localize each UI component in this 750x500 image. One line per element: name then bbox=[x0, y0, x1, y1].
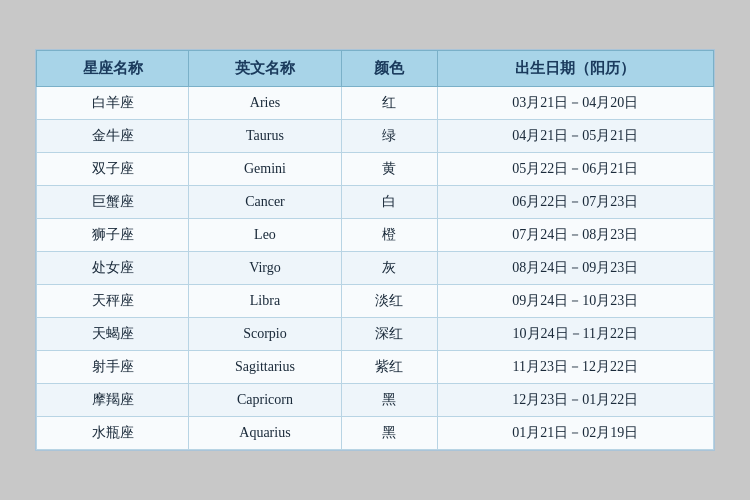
cell-color: 黑 bbox=[341, 384, 437, 417]
cell-chinese-name: 处女座 bbox=[37, 252, 189, 285]
cell-dates: 05月22日－06月21日 bbox=[437, 153, 713, 186]
table-body: 白羊座Aries红03月21日－04月20日金牛座Taurus绿04月21日－0… bbox=[37, 87, 714, 450]
cell-color: 绿 bbox=[341, 120, 437, 153]
cell-english-name: Taurus bbox=[189, 120, 341, 153]
table-row: 水瓶座Aquarius黑01月21日－02月19日 bbox=[37, 417, 714, 450]
header-birthdate: 出生日期（阳历） bbox=[437, 51, 713, 87]
cell-dates: 08月24日－09月23日 bbox=[437, 252, 713, 285]
table-row: 天秤座Libra淡红09月24日－10月23日 bbox=[37, 285, 714, 318]
cell-english-name: Capricorn bbox=[189, 384, 341, 417]
cell-chinese-name: 白羊座 bbox=[37, 87, 189, 120]
cell-color: 灰 bbox=[341, 252, 437, 285]
cell-dates: 10月24日－11月22日 bbox=[437, 318, 713, 351]
cell-english-name: Gemini bbox=[189, 153, 341, 186]
zodiac-table: 星座名称 英文名称 颜色 出生日期（阳历） 白羊座Aries红03月21日－04… bbox=[36, 50, 714, 450]
header-english-name: 英文名称 bbox=[189, 51, 341, 87]
cell-dates: 03月21日－04月20日 bbox=[437, 87, 713, 120]
table-header-row: 星座名称 英文名称 颜色 出生日期（阳历） bbox=[37, 51, 714, 87]
table-row: 天蝎座Scorpio深红10月24日－11月22日 bbox=[37, 318, 714, 351]
cell-chinese-name: 狮子座 bbox=[37, 219, 189, 252]
table-row: 金牛座Taurus绿04月21日－05月21日 bbox=[37, 120, 714, 153]
cell-english-name: Sagittarius bbox=[189, 351, 341, 384]
cell-dates: 11月23日－12月22日 bbox=[437, 351, 713, 384]
cell-chinese-name: 双子座 bbox=[37, 153, 189, 186]
cell-chinese-name: 射手座 bbox=[37, 351, 189, 384]
cell-color: 黄 bbox=[341, 153, 437, 186]
cell-english-name: Virgo bbox=[189, 252, 341, 285]
cell-english-name: Aquarius bbox=[189, 417, 341, 450]
cell-color: 白 bbox=[341, 186, 437, 219]
cell-color: 黑 bbox=[341, 417, 437, 450]
header-color: 颜色 bbox=[341, 51, 437, 87]
cell-dates: 01月21日－02月19日 bbox=[437, 417, 713, 450]
cell-chinese-name: 天秤座 bbox=[37, 285, 189, 318]
cell-color: 橙 bbox=[341, 219, 437, 252]
cell-color: 红 bbox=[341, 87, 437, 120]
cell-chinese-name: 金牛座 bbox=[37, 120, 189, 153]
cell-chinese-name: 水瓶座 bbox=[37, 417, 189, 450]
cell-english-name: Libra bbox=[189, 285, 341, 318]
cell-dates: 04月21日－05月21日 bbox=[437, 120, 713, 153]
table-row: 双子座Gemini黄05月22日－06月21日 bbox=[37, 153, 714, 186]
cell-chinese-name: 巨蟹座 bbox=[37, 186, 189, 219]
cell-dates: 07月24日－08月23日 bbox=[437, 219, 713, 252]
cell-color: 深红 bbox=[341, 318, 437, 351]
cell-english-name: Scorpio bbox=[189, 318, 341, 351]
cell-chinese-name: 天蝎座 bbox=[37, 318, 189, 351]
zodiac-table-container: 星座名称 英文名称 颜色 出生日期（阳历） 白羊座Aries红03月21日－04… bbox=[35, 49, 715, 451]
cell-dates: 06月22日－07月23日 bbox=[437, 186, 713, 219]
table-row: 处女座Virgo灰08月24日－09月23日 bbox=[37, 252, 714, 285]
cell-english-name: Aries bbox=[189, 87, 341, 120]
cell-english-name: Cancer bbox=[189, 186, 341, 219]
cell-color: 淡红 bbox=[341, 285, 437, 318]
table-row: 摩羯座Capricorn黑12月23日－01月22日 bbox=[37, 384, 714, 417]
header-chinese-name: 星座名称 bbox=[37, 51, 189, 87]
table-row: 白羊座Aries红03月21日－04月20日 bbox=[37, 87, 714, 120]
cell-chinese-name: 摩羯座 bbox=[37, 384, 189, 417]
table-row: 狮子座Leo橙07月24日－08月23日 bbox=[37, 219, 714, 252]
cell-dates: 12月23日－01月22日 bbox=[437, 384, 713, 417]
cell-dates: 09月24日－10月23日 bbox=[437, 285, 713, 318]
table-row: 射手座Sagittarius紫红11月23日－12月22日 bbox=[37, 351, 714, 384]
cell-english-name: Leo bbox=[189, 219, 341, 252]
table-row: 巨蟹座Cancer白06月22日－07月23日 bbox=[37, 186, 714, 219]
cell-color: 紫红 bbox=[341, 351, 437, 384]
